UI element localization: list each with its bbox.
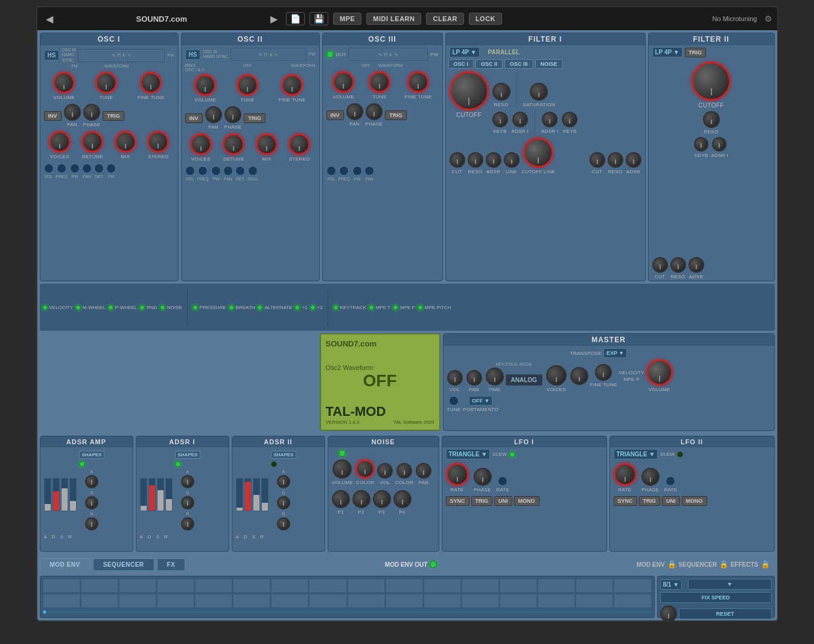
filter1-osc1-btn[interactable]: OSC I bbox=[448, 59, 474, 69]
seq-cell[interactable] bbox=[119, 594, 156, 608]
lfo1-type-select[interactable]: TRIANGLE ▼ bbox=[446, 449, 491, 459]
osc3-out-led[interactable] bbox=[326, 51, 334, 58]
seq-cell[interactable] bbox=[576, 594, 613, 608]
adsr-amp-labels-row: A D S R bbox=[40, 534, 133, 540]
lfo2-slew-label: SLEW bbox=[660, 451, 675, 457]
seq-cell[interactable] bbox=[309, 594, 346, 608]
tab-fx[interactable]: FX bbox=[157, 558, 186, 571]
osc2-hs-label[interactable]: HS bbox=[185, 49, 201, 60]
osc3-trig-btn[interactable]: TRIG bbox=[385, 110, 407, 120]
seq-cell[interactable] bbox=[81, 594, 118, 608]
seq-cell[interactable] bbox=[500, 579, 537, 593]
mod-env-out-led[interactable] bbox=[430, 561, 437, 568]
lfo1-uni-btn[interactable]: UNI bbox=[494, 496, 512, 506]
osc1-hs-label[interactable]: HS bbox=[44, 50, 60, 60]
effects-lock-icon[interactable]: 🔒 bbox=[761, 560, 770, 569]
adsr1-led[interactable] bbox=[175, 461, 181, 467]
seq-cell[interactable] bbox=[538, 579, 575, 593]
seq-cell[interactable] bbox=[424, 594, 461, 608]
filter2-type-select[interactable]: LP 4P ▼ bbox=[652, 47, 682, 57]
filter1-main-area: CUTOFF RESO SATURATION bbox=[446, 69, 645, 136]
seq-speed-select[interactable]: 8/1 ▼ bbox=[660, 579, 682, 590]
seq-cell[interactable] bbox=[424, 579, 461, 593]
lfo2-type-select[interactable]: TRIANGLE ▼ bbox=[614, 449, 658, 459]
seq-cell[interactable] bbox=[195, 579, 232, 593]
osc2-inv-btn[interactable]: INV bbox=[185, 113, 203, 123]
seq-cell[interactable] bbox=[500, 594, 537, 608]
seq-reset-btn[interactable]: RESET bbox=[679, 608, 772, 619]
osc2-mod-dots: VOL FREQ PW PAN bbox=[182, 164, 319, 183]
osc1-trig-btn[interactable]: TRIG bbox=[103, 111, 124, 121]
seq-fix-speed-btn[interactable]: FIX SPEED bbox=[660, 592, 772, 603]
seq-cell[interactable] bbox=[386, 579, 423, 593]
seq-cell[interactable] bbox=[576, 579, 613, 593]
seq-cell[interactable] bbox=[309, 579, 346, 593]
seq-down-btn[interactable]: ▼ bbox=[688, 579, 771, 590]
lfo2-uni-btn[interactable]: UNI bbox=[662, 496, 680, 506]
lfo2-mono-btn[interactable]: MONO bbox=[682, 496, 707, 506]
filter1-osc2-btn[interactable]: OSC II bbox=[475, 59, 503, 69]
lfo2-sync-btn[interactable]: SYNC bbox=[614, 496, 637, 506]
seq-cell[interactable] bbox=[386, 594, 423, 608]
seq-cell[interactable] bbox=[614, 594, 651, 608]
seq-cell[interactable] bbox=[195, 594, 232, 608]
mpe-button[interactable]: MPE bbox=[333, 13, 361, 25]
master-off-select[interactable]: OFF ▼ bbox=[469, 396, 492, 406]
file-button[interactable]: 📄 bbox=[286, 12, 305, 25]
adsr1-shapes-btn[interactable]: SHAPES bbox=[175, 451, 201, 459]
lfo2-active-led[interactable] bbox=[677, 451, 683, 457]
filter1-osc3-btn[interactable]: OSC III bbox=[504, 59, 533, 69]
prev-button[interactable]: ◀ bbox=[42, 12, 57, 26]
seq-cell[interactable] bbox=[43, 579, 80, 593]
adsr-amp-led[interactable] bbox=[79, 461, 85, 467]
osc3-inv-btn[interactable]: INV bbox=[326, 110, 344, 120]
clear-button[interactable]: CLEAR bbox=[426, 13, 463, 25]
osc2-pw-label: PW bbox=[308, 51, 315, 57]
seq-cell[interactable] bbox=[271, 594, 308, 608]
save-button[interactable]: 💾 bbox=[310, 12, 328, 25]
seq-lock-icon[interactable]: 🔒 bbox=[719, 560, 728, 569]
seq-cell[interactable] bbox=[157, 594, 194, 608]
seq-cell[interactable] bbox=[43, 594, 80, 608]
tab-sequencer[interactable]: SEQUENCER bbox=[93, 558, 154, 571]
seq-cell[interactable] bbox=[271, 579, 308, 593]
mod-env-lock-icon[interactable]: 🔒 bbox=[667, 560, 676, 569]
seq-cell[interactable] bbox=[81, 579, 118, 593]
lfo1-trig-btn[interactable]: TRIG bbox=[471, 496, 493, 506]
seq-cell[interactable] bbox=[348, 594, 385, 608]
osc3-fine-tune-knob: FINE TUNE bbox=[405, 71, 432, 100]
noise-bottom-row: P1 P2 P3 P4 bbox=[328, 488, 439, 517]
play-button[interactable]: ▶ bbox=[267, 12, 281, 26]
filter1-noise-btn[interactable]: NOISE bbox=[535, 59, 563, 69]
osc2-trig-btn[interactable]: TRIG bbox=[244, 113, 266, 123]
lfo2-trig-btn[interactable]: TRIG bbox=[639, 496, 661, 506]
seq-cell[interactable] bbox=[119, 579, 156, 593]
adsr2-led[interactable] bbox=[271, 461, 277, 467]
adsr2-shapes-btn[interactable]: SHAPES bbox=[271, 451, 297, 459]
seq-cell[interactable] bbox=[348, 579, 385, 593]
filter1-osc-btns: OSC I OSC II OSC III NOISE bbox=[446, 59, 645, 69]
filter2-trig-btn[interactable]: TRIG bbox=[685, 48, 707, 57]
adsr-amp-bars bbox=[44, 451, 77, 511]
seq-cell[interactable] bbox=[233, 579, 270, 593]
master-analog-btn[interactable]: ANALOG bbox=[506, 374, 542, 386]
osc1-inv-btn[interactable]: INV bbox=[44, 111, 62, 121]
adsr-amp-shapes-btn[interactable]: SHAPES bbox=[79, 451, 105, 459]
seq-cell[interactable] bbox=[233, 594, 270, 608]
lfo1-sync-btn[interactable]: SYNC bbox=[446, 496, 469, 506]
lfo1-active-led[interactable] bbox=[509, 451, 515, 457]
filter1-type-select[interactable]: LP 4P ▼ bbox=[450, 47, 480, 57]
seq-cell[interactable] bbox=[462, 579, 499, 593]
lock-button[interactable]: LOCK bbox=[469, 13, 502, 25]
master-exp-select[interactable]: EXP ▼ bbox=[603, 348, 627, 358]
mod-plus2: +2 bbox=[310, 305, 323, 310]
tab-mod-env[interactable]: MOD ENV bbox=[40, 558, 91, 570]
seq-cell[interactable] bbox=[614, 579, 651, 593]
mod-mpep-label: MPE P bbox=[400, 305, 415, 310]
seq-cell[interactable] bbox=[462, 594, 499, 608]
seq-cell[interactable] bbox=[538, 594, 575, 608]
osc2-mix-knob: MIX bbox=[256, 133, 278, 162]
midi-learn-button[interactable]: MIDI LEARN bbox=[366, 13, 421, 25]
lfo1-mono-btn[interactable]: MONO bbox=[514, 496, 539, 506]
seq-cell[interactable] bbox=[157, 579, 194, 593]
